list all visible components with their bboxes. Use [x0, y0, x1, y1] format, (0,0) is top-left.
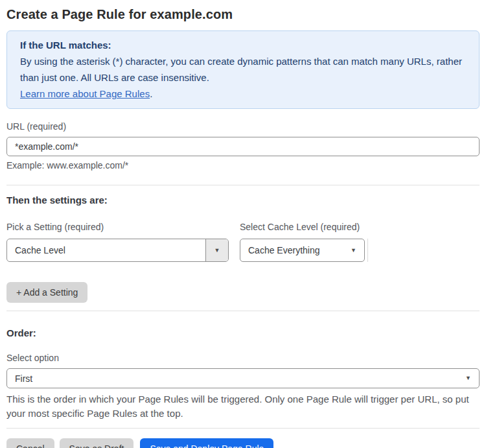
order-select-label: Select option: [6, 353, 480, 364]
cache-level-group: Select Cache Level (required) Cache Ever…: [240, 222, 365, 262]
settings-section-heading: Then the settings are:: [6, 194, 480, 206]
cache-level-value: Cache Everything: [248, 245, 351, 255]
add-setting-button[interactable]: + Add a Setting: [6, 282, 87, 303]
setting-group-divider: [367, 239, 368, 262]
order-select-value: First: [15, 373, 465, 384]
cache-level-label: Select Cache Level (required): [240, 222, 365, 233]
save-as-draft-button[interactable]: Save as Draft: [60, 438, 134, 448]
order-help-text: This is the order in which your Page Rul…: [6, 392, 470, 421]
order-select[interactable]: First ▼: [6, 368, 480, 388]
url-match-info-box: If the URL matches: By using the asteris…: [6, 30, 480, 109]
cancel-button[interactable]: Cancel: [6, 438, 54, 448]
section-divider: [6, 311, 480, 311]
chevron-down-icon: ▼: [351, 248, 356, 253]
save-and-deploy-button[interactable]: Save and Deploy Page Rule: [140, 438, 273, 448]
pick-setting-group: Pick a Setting (required) Cache Level ▼: [6, 222, 229, 262]
url-input[interactable]: [6, 137, 480, 156]
order-section-heading: Order:: [6, 327, 480, 339]
info-box-link-line: Learn more about Page Rules.: [20, 86, 466, 102]
pick-setting-select[interactable]: Cache Level ▼: [6, 239, 229, 262]
settings-row: Pick a Setting (required) Cache Level ▼ …: [6, 222, 480, 262]
pick-setting-value: Cache Level: [7, 239, 205, 261]
section-divider: [6, 428, 480, 429]
chevron-down-icon: ▼: [465, 375, 471, 381]
learn-more-link[interactable]: Learn more about Page Rules: [20, 88, 150, 99]
section-divider: [6, 185, 480, 185]
url-example-text: Example: www.example.com/*: [6, 159, 480, 171]
pick-setting-arrow-box[interactable]: ▼: [205, 239, 228, 261]
info-box-body: By using the asterisk (*) character, you…: [20, 53, 466, 86]
pick-setting-label: Pick a Setting (required): [6, 222, 229, 233]
chevron-down-icon: ▼: [214, 248, 220, 253]
page-title: Create a Page Rule for example.com: [6, 0, 480, 22]
url-field-label: URL (required): [6, 121, 480, 132]
cache-level-select[interactable]: Cache Everything ▼: [240, 239, 365, 262]
info-box-heading: If the URL matches:: [20, 37, 466, 53]
link-suffix: .: [150, 88, 152, 99]
footer-actions: Cancel Save as Draft Save and Deploy Pag…: [6, 438, 480, 448]
